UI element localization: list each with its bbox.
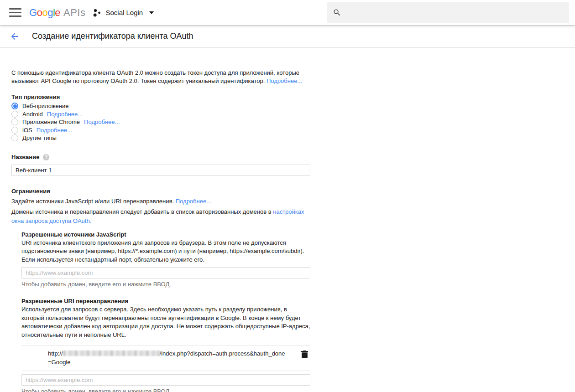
chevron-down-icon — [149, 11, 154, 14]
chrome-more-link[interactable]: Подробнее... — [84, 119, 120, 126]
title-bar: Создание идентификатора клиента OAuth — [0, 25, 575, 48]
project-dots-icon — [93, 8, 102, 17]
js-origin-input[interactable] — [21, 267, 310, 279]
radio-chrome-app[interactable]: Приложение Chrome Подробнее... — [11, 118, 310, 126]
app-type-radio-group: Веб-приложение Android Подробнее... Прил… — [11, 102, 310, 142]
radio-ios[interactable]: iOS Подробнее... — [11, 126, 310, 134]
js-origins-label: Разрешенные источники JavaScript — [21, 231, 310, 238]
app-type-label: Тип приложения — [11, 93, 310, 101]
name-label: Название — [11, 153, 39, 161]
search-input[interactable] — [346, 9, 564, 17]
restrictions-line2: Домены источника и перенаправления следу… — [11, 207, 310, 226]
intro-paragraph: С помощью идентификатора клиента OAuth 2… — [11, 69, 310, 85]
intro-text: С помощью идентификатора клиента OAuth 2… — [11, 69, 299, 84]
redirect-uris-description: Используется для запросов с сервера. Зде… — [21, 305, 310, 339]
restrictions-more-link[interactable]: Подробнее... — [176, 198, 211, 205]
origins-and-redirects-section: Разрешенные источники JavaScript URI ист… — [21, 231, 310, 392]
radio-label: iOS — [22, 127, 32, 134]
redirect-uris-hint: Чтобы добавить домен, введите его и нажм… — [21, 388, 310, 392]
radio-icon — [11, 119, 18, 125]
search-icon — [333, 8, 341, 17]
restrictions-label: Ограничения — [11, 187, 310, 196]
android-more-link[interactable]: Подробнее... — [47, 111, 83, 118]
client-name-input[interactable] — [11, 165, 310, 176]
intro-more-link[interactable]: Подробнее... — [267, 77, 302, 84]
help-icon[interactable] — [43, 154, 49, 160]
radio-icon — [11, 127, 18, 134]
google-apis-logo[interactable]: Google APIs — [29, 7, 85, 19]
radio-android[interactable]: Android Подробнее... — [11, 110, 310, 119]
redirect-uri-input[interactable] — [21, 374, 310, 386]
google-logo-word: Google — [29, 7, 60, 19]
app-bar: Google APIs Social Login — [0, 0, 575, 25]
menu-icon[interactable] — [9, 6, 21, 19]
ios-more-link[interactable]: Подробнее... — [37, 127, 72, 134]
redirect-uri-item: http:///index.php?dispatch=auth.process&… — [21, 345, 310, 371]
name-label-row: Название — [11, 153, 310, 161]
apis-logo-text: APIs — [63, 7, 85, 19]
radio-icon — [11, 111, 18, 118]
page-title: Создание идентификатора клиента OAuth — [32, 31, 193, 41]
search-bar[interactable] — [327, 2, 569, 23]
radio-other-types[interactable]: Другие типы — [11, 134, 310, 142]
radio-label: Android — [22, 111, 43, 118]
back-button[interactable] — [9, 31, 21, 42]
redacted-domain — [63, 351, 160, 356]
radio-icon — [11, 134, 18, 141]
trash-icon — [301, 351, 308, 358]
delete-uri-button[interactable] — [300, 350, 309, 359]
radio-web-application[interactable]: Веб-приложение — [11, 102, 310, 110]
project-name: Social Login — [105, 9, 143, 16]
redirect-uri-value: http:///index.php?dispatch=auth.process&… — [48, 349, 286, 366]
back-arrow-icon — [10, 31, 20, 41]
js-origins-description: URI источника клиентского приложения для… — [21, 239, 310, 264]
redirect-uris-label: Разрешенные URI перенаправления — [21, 297, 310, 305]
main-content: С помощью идентификатора клиента OAuth 2… — [0, 48, 310, 392]
js-origins-hint: Чтобы добавить домен, введите его и нажм… — [21, 281, 310, 288]
radio-selected-icon — [11, 103, 18, 109]
restrictions-line1: Задайте источники JavaScript и/или URI п… — [11, 197, 310, 206]
radio-label: Приложение Chrome — [22, 119, 80, 126]
radio-label: Веб-приложение — [22, 103, 68, 110]
radio-label: Другие типы — [22, 134, 57, 142]
project-selector[interactable]: Social Login — [93, 8, 154, 17]
